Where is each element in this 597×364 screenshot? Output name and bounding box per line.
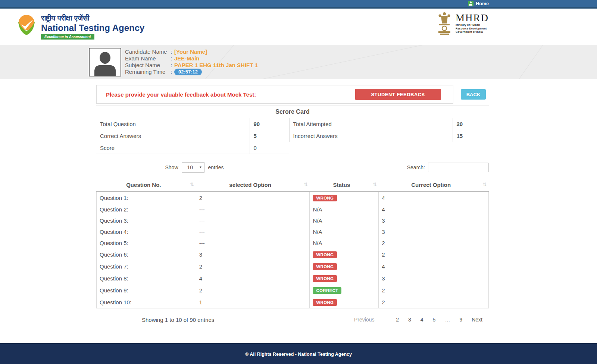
table-row: Question 3:---N/A3 [97, 215, 489, 226]
copyright-text: © All Rights Reserved - National Testing… [245, 352, 352, 357]
status-cell: N/A [310, 215, 379, 226]
pagination: Previous12345…9Next [348, 315, 486, 324]
table-row: Question 6:3WRONG2 [97, 248, 489, 260]
correct-option-cell: 2 [379, 248, 489, 260]
correct-option-cell: 2 [379, 237, 489, 248]
status-cell: N/A [310, 237, 379, 248]
selected-option-cell: --- [196, 237, 310, 248]
table-row: Question 2:---N/A4 [97, 204, 489, 215]
home-button-label: Home [476, 1, 489, 6]
table-info-text: Showing 1 to 10 of 90 entries [96, 317, 214, 323]
question-cell: Question 4: [97, 226, 196, 237]
table-row: Question 9:2CORRECT2 [97, 284, 489, 296]
column-header[interactable]: selected Option⇅ [196, 178, 310, 192]
decorative-line [245, 45, 427, 79]
person-icon [100, 52, 110, 64]
score-card-row: Total Question 90 Total Attempted 20 [96, 118, 489, 130]
stat-label: Total Question [96, 118, 250, 130]
correct-option-cell: 4 [379, 204, 489, 215]
score-card-row: Score 0 [96, 142, 489, 154]
pagination-page[interactable]: 5 [429, 315, 439, 324]
page-footer: © All Rights Reserved - National Testing… [0, 343, 597, 364]
candidate-info-strip: Candidate Name:[Your Name]Exam Name:JEE-… [0, 45, 597, 79]
feedback-message: Please provide your valuable feedback ab… [106, 91, 256, 98]
back-button[interactable]: BACK [461, 89, 486, 100]
search-input[interactable] [428, 163, 489, 172]
search-label: Search: [407, 164, 425, 170]
status-cell: CORRECT [310, 284, 379, 296]
status-text: N/A [313, 240, 322, 246]
correct-option-cell: 3 [379, 215, 489, 226]
status-text: N/A [313, 229, 322, 235]
sort-icon: ⇅ [190, 182, 194, 187]
question-cell: Question 1: [97, 192, 196, 204]
results-table: Question No.⇅selected Option⇅Status⇅Curr… [96, 178, 489, 308]
entries-select[interactable]: 10 [182, 162, 205, 173]
selected-option-cell: --- [196, 226, 310, 237]
table-row: Question 8:4WRONG3 [97, 272, 489, 284]
status-cell: N/A [310, 226, 379, 237]
pagination-page[interactable]: 9 [456, 315, 466, 324]
stat-label: Total Attempted [289, 118, 453, 130]
results-table-header-row: Question No.⇅selected Option⇅Status⇅Curr… [97, 178, 489, 192]
question-cell: Question 3: [97, 215, 196, 226]
mhrd-line-1: Ministry of Human [456, 23, 489, 27]
question-cell: Question 8: [97, 272, 196, 284]
pagination-page[interactable]: 2 [393, 315, 402, 324]
correct-option-cell: 3 [379, 226, 489, 237]
table-row: Question 4:---N/A3 [97, 226, 489, 237]
status-badge: WRONG [313, 195, 337, 201]
selected-option-cell: --- [196, 215, 310, 226]
candidate-info: Candidate Name:[Your Name]Exam Name:JEE-… [125, 48, 258, 76]
home-button[interactable]: Home [468, 1, 489, 6]
correct-option-cell: 2 [379, 296, 489, 308]
sort-icon: ⇅ [373, 182, 377, 187]
stat-value: 20 [453, 118, 489, 130]
candidate-value: [Your Name] [174, 48, 207, 55]
question-cell: Question 7: [97, 260, 196, 272]
column-header[interactable]: Status⇅ [310, 178, 379, 192]
remaining-time-value: 02:57:12 [174, 69, 202, 75]
column-header[interactable]: Currect Option⇅ [379, 178, 489, 192]
selected-option-cell: 2 [196, 260, 310, 272]
selected-option-cell: 2 [196, 192, 310, 204]
stat-value: 15 [453, 130, 489, 142]
candidate-value: PAPER 1 EHG 11th Jan SHIFT 1 [174, 62, 258, 69]
status-badge: CORRECT [313, 287, 341, 294]
column-header[interactable]: Question No.⇅ [97, 178, 196, 192]
stat-value: 0 [250, 142, 289, 154]
search-control: Search: [407, 163, 489, 172]
show-label: Show [165, 164, 178, 170]
decorative-line [509, 45, 552, 79]
page-header: राष्ट्रीय परीक्षा एजेंसी National Testin… [0, 9, 597, 45]
pagination-page-current[interactable]: 1 [380, 315, 390, 324]
status-badge: WRONG [313, 251, 337, 258]
score-card-row: Correct Answers 5 Incorrect Answers 15 [96, 130, 489, 142]
status-cell: WRONG [310, 260, 379, 272]
status-cell: WRONG [310, 272, 379, 284]
entries-label: entries [208, 164, 224, 170]
pagination-previous[interactable]: Previous [351, 315, 378, 324]
table-row: Question 1:2WRONG4 [97, 192, 489, 204]
pagination-page[interactable]: 4 [417, 315, 427, 324]
stat-value: 5 [250, 130, 289, 142]
status-text: N/A [313, 206, 322, 213]
question-cell: Question 9: [97, 284, 196, 296]
candidate-row: Exam Name:JEE-Main [125, 55, 258, 62]
candidate-label: Exam Name [125, 55, 171, 62]
pagination-ellipsis[interactable]: … [441, 315, 453, 324]
status-badge: WRONG [313, 275, 337, 282]
selected-option-cell: --- [196, 204, 310, 215]
status-badge: WRONG [313, 299, 337, 306]
correct-option-cell: 3 [379, 272, 489, 284]
pagination-page[interactable]: 3 [405, 315, 415, 324]
stat-label: Incorrect Answers [289, 130, 453, 142]
student-feedback-button[interactable]: STUDENT FEEDBACK [355, 89, 441, 100]
selected-option-cell: 1 [196, 296, 310, 308]
mhrd-line-2: Resource Development [456, 27, 489, 31]
pagination-next[interactable]: Next [468, 315, 486, 324]
candidate-row: Candidate Name:[Your Name] [125, 48, 258, 55]
status-cell: N/A [310, 204, 379, 215]
selected-option-cell: 4 [196, 272, 310, 284]
question-cell: Question 6: [97, 248, 196, 260]
